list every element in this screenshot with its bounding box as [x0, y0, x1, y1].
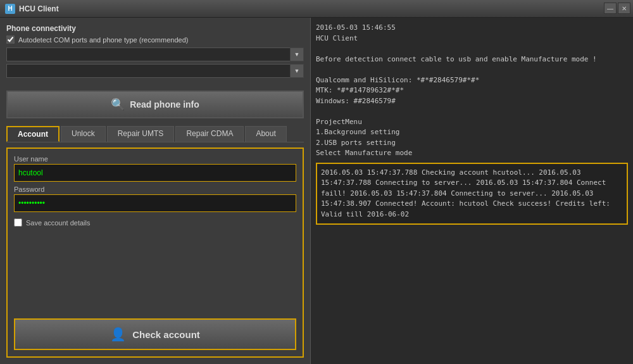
right-panel: 2016-05-03 15:46:55 HCU Client Before de… [310, 18, 633, 364]
autodetect-label: Autodetect COM ports and phone type (rec… [18, 36, 188, 44]
log-initial-lines: 2016-05-03 15:46:55 HCU Client Before de… [316, 23, 628, 159]
save-account-row: Save account details [14, 218, 296, 227]
tab-repair-cdma[interactable]: Repair CDMA [175, 126, 244, 142]
check-account-button[interactable]: 👤 Check account [14, 318, 296, 350]
left-panel: Phone connectivity Autodetect COM ports … [0, 18, 310, 364]
save-account-label: Save account details [26, 219, 91, 227]
log-highlight-box: 2016.05.03 15:47:37.788 Checking account… [316, 163, 628, 225]
com-port-dropdown2[interactable] [6, 64, 304, 78]
minimize-button[interactable]: — [604, 3, 617, 14]
password-group: Password [14, 185, 296, 212]
dropdown1-arrow[interactable]: ▼ [290, 47, 304, 61]
save-account-checkbox[interactable] [14, 218, 22, 227]
tab-unlock[interactable]: Unlock [61, 126, 106, 142]
main-container: Phone connectivity Autodetect COM ports … [0, 18, 633, 364]
dropdown2-arrow[interactable]: ▼ [290, 64, 304, 78]
title-bar: H HCU Client — ✕ [0, 0, 633, 18]
app-title: HCU Client [19, 4, 59, 13]
read-phone-info-button[interactable]: 🔍 Read phone info [6, 91, 304, 118]
tabs-container: Account Unlock Repair UMTS Repair CDMA A… [6, 126, 304, 142]
app-icon: H [5, 4, 15, 14]
password-input[interactable] [14, 194, 296, 212]
user-icon: 👤 [110, 327, 126, 342]
username-group: User name [14, 155, 296, 182]
check-account-label: Check account [132, 329, 200, 340]
username-input[interactable] [14, 164, 296, 182]
phone-connectivity-section: Phone connectivity Autodetect COM ports … [6, 24, 304, 80]
dropdown1-row: ▼ [6, 47, 304, 61]
password-label: Password [14, 185, 296, 193]
read-phone-info-label: Read phone info [130, 99, 199, 110]
tab-about[interactable]: About [245, 126, 286, 142]
account-panel: User name Password Save account details … [6, 147, 304, 358]
autodetect-checkbox[interactable] [6, 35, 15, 44]
phone-connectivity-title: Phone connectivity [6, 24, 304, 33]
tab-repair-umts[interactable]: Repair UMTS [107, 126, 175, 142]
window-controls: — ✕ [604, 3, 630, 14]
tab-account[interactable]: Account [6, 126, 60, 142]
close-button[interactable]: ✕ [618, 3, 630, 14]
magnifier-icon: 🔍 [111, 97, 125, 111]
autodetect-row: Autodetect COM ports and phone type (rec… [6, 35, 304, 44]
username-label: User name [14, 155, 296, 163]
com-port-dropdown1[interactable] [6, 47, 304, 61]
log-area[interactable]: 2016-05-03 15:46:55 HCU Client Before de… [311, 18, 633, 364]
dropdown2-row: ▼ [6, 64, 304, 78]
